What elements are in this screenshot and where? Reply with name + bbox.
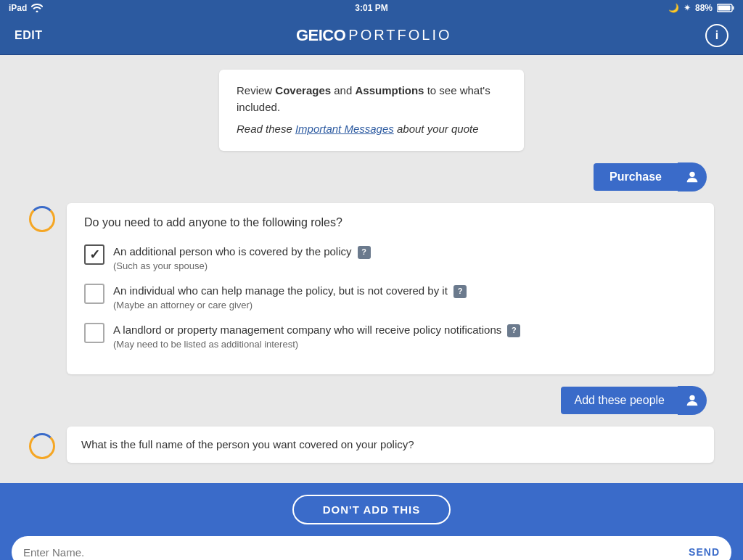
add-people-button[interactable]: Add these people <box>561 387 678 414</box>
status-time: 3:01 PM <box>355 3 387 13</box>
status-right: 🌙 ✴ 88% <box>668 3 734 13</box>
checkbox-3[interactable] <box>84 323 104 343</box>
fullname-question-text: What is the full name of the person you … <box>81 438 414 450</box>
checkbox-label-2-wrap: An individual who can help manage the po… <box>113 283 467 310</box>
main-content: Review Coverages and Assumptions to see … <box>0 55 743 483</box>
header: EDIT GEICO PORTFOLIO i <box>0 16 743 55</box>
checkbox-label-3-wrap: A landlord or property management compan… <box>113 322 520 350</box>
input-area: SEND <box>0 536 743 560</box>
add-people-person-icon <box>684 392 700 408</box>
edit-button[interactable]: EDIT <box>15 29 42 42</box>
portfolio-text: PORTFOLIO <box>348 27 451 44</box>
svg-rect-1 <box>733 7 734 10</box>
status-bar: iPad 3:01 PM 🌙 ✴ 88% <box>0 0 743 16</box>
purchase-person-badge <box>678 162 707 192</box>
dont-add-button[interactable]: DON'T ADD THIS <box>292 495 451 524</box>
checkbox-label-2: An individual who can help manage the po… <box>113 284 467 297</box>
roles-card: Do you need to add anyone to the followi… <box>67 203 714 374</box>
checkbox-label-1-wrap: An additional person who is covered by t… <box>113 244 371 271</box>
assumptions-text: Assumptions <box>355 84 424 96</box>
battery-icon <box>717 4 734 12</box>
name-input-wrap: SEND <box>12 536 731 560</box>
person-icon <box>684 169 700 185</box>
roles-question-row: Do you need to add anyone to the followi… <box>29 203 714 374</box>
review-card: Review Coverages and Assumptions to see … <box>219 70 524 151</box>
add-people-person-badge <box>678 386 707 415</box>
checkbox-sublabel-3: (May need to be listed as additional int… <box>113 339 520 350</box>
info-button[interactable]: i <box>705 24 728 47</box>
help-badge-1[interactable]: ? <box>358 246 371 259</box>
checkmark-1: ✓ <box>89 247 100 263</box>
purchase-button[interactable]: Purchase <box>594 163 678 191</box>
important-messages-text: Read these Important Messages about your… <box>237 121 506 138</box>
checkbox-sublabel-1: (Such as your spouse) <box>113 260 371 271</box>
moon-icon: 🌙 <box>668 3 679 13</box>
geico-logo-text: GEICO <box>296 26 345 45</box>
help-badge-2[interactable]: ? <box>453 285 467 298</box>
logo: GEICO PORTFOLIO <box>296 26 452 45</box>
important-messages-link[interactable]: Important Messages <box>295 123 394 135</box>
send-button[interactable]: SEND <box>689 546 720 558</box>
checkbox-label-3: A landlord or property management compan… <box>113 324 520 336</box>
dont-add-area: DON'T ADD THIS <box>0 483 743 536</box>
svg-point-5 <box>689 395 694 400</box>
checkbox-row-3: A landlord or property management compan… <box>84 322 697 350</box>
roles-question-text: Do you need to add anyone to the followi… <box>84 216 697 229</box>
bluetooth-icon: ✴ <box>684 3 691 13</box>
add-people-area: Add these people <box>29 386 714 415</box>
help-badge-3[interactable]: ? <box>507 324 520 337</box>
step-indicator-1 <box>29 206 55 232</box>
checkbox-sublabel-2: (Maybe an attorney or care giver) <box>113 300 467 310</box>
checkbox-1[interactable]: ✓ <box>84 244 104 265</box>
status-left: iPad <box>9 3 43 13</box>
name-input[interactable] <box>23 546 689 559</box>
battery-label: 88% <box>695 3 713 13</box>
device-label: iPad <box>9 3 27 13</box>
info-icon: i <box>715 29 718 42</box>
checkbox-row-1: ✓ An additional person who is covered by… <box>84 244 697 271</box>
wifi-icon <box>31 4 43 12</box>
fullname-row: What is the full name of the person you … <box>29 427 714 463</box>
checkbox-2[interactable] <box>84 284 104 304</box>
svg-rect-2 <box>718 6 731 11</box>
checkbox-label-1: An additional person who is covered by t… <box>113 245 371 258</box>
coverages-text: Coverages <box>275 84 331 96</box>
purchase-area: Purchase <box>29 162 714 192</box>
step-indicator-2 <box>29 433 55 459</box>
checkbox-row-2: An individual who can help manage the po… <box>84 283 697 310</box>
fullname-card: What is the full name of the person you … <box>67 427 714 463</box>
review-text: Review Coverages and Assumptions to see … <box>237 83 506 115</box>
svg-point-4 <box>689 171 694 176</box>
